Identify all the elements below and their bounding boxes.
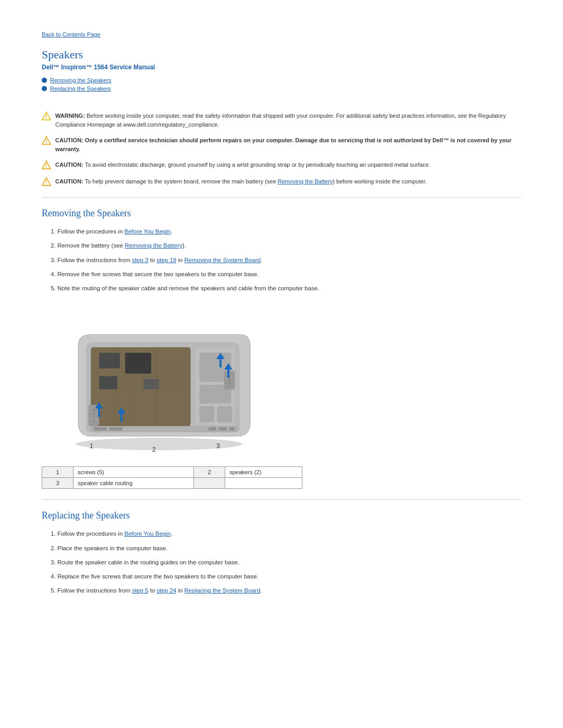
replacing-section: Replacing the Speakers Follow the proced… [42, 510, 521, 595]
warning-icon: ! [42, 112, 51, 121]
step24-link[interactable]: step 24 [156, 587, 176, 594]
svg-rect-42 [219, 427, 227, 430]
svg-point-33 [229, 383, 230, 385]
svg-point-29 [93, 421, 95, 422]
part-num-1: 1 [42, 467, 74, 478]
part-label-1: screws (5) [74, 467, 194, 478]
before-you-begin-link-2[interactable]: Before You Begin [124, 530, 170, 537]
step5-link[interactable]: step 5 [132, 587, 148, 594]
replacing-step-1: Follow the procedures in Before You Begi… [57, 529, 521, 538]
caution-notice-1: ! CAUTION: Only a certified service tech… [42, 136, 521, 153]
svg-rect-24 [217, 406, 232, 422]
removing-system-board-link[interactable]: Removing the System Board [185, 257, 261, 263]
part-num-2: 2 [194, 467, 225, 478]
removing-step-5: Note the routing of the speaker cable an… [57, 284, 521, 293]
removing-section-title: Removing the Speakers [42, 208, 521, 219]
divider-1 [42, 197, 521, 198]
caution-icon-3: ! [42, 177, 51, 187]
manual-title: Dell™ Inspiron™ 1564 Service Manual [42, 64, 521, 71]
svg-text:!: ! [45, 114, 47, 120]
part-label-4 [225, 478, 302, 489]
caution-text-2: CAUTION: To avoid electrostatic discharg… [55, 161, 521, 169]
page-title: Speakers [42, 48, 521, 61]
caution-icon-2: ! [42, 161, 51, 170]
part-num-3: 3 [42, 478, 74, 489]
divider-2 [42, 499, 521, 500]
svg-rect-23 [200, 406, 214, 422]
step3-link[interactable]: step 3 [132, 257, 148, 263]
notices-area: ! WARNING: Before working inside your co… [42, 112, 521, 187]
caution-notice-2: ! CAUTION: To avoid electrostatic discha… [42, 161, 521, 170]
replacing-steps-list: Follow the procedures in Before You Begi… [42, 529, 521, 595]
removing-step-3: Follow the instructions from step 3 to s… [57, 256, 521, 265]
removing-step-4: Remove the five screws that secure the t… [57, 270, 521, 279]
part-label-2: speakers (2) [225, 467, 302, 478]
callout-1: 1 [90, 442, 93, 450]
warning-text: WARNING: Before working inside your comp… [55, 112, 521, 129]
callout-3: 3 [216, 442, 220, 450]
svg-rect-19 [143, 379, 159, 389]
removing-battery-link-1[interactable]: Removing the Battery [125, 242, 182, 249]
toc-bullet-2 [42, 86, 47, 91]
svg-rect-41 [209, 427, 216, 430]
table-row-1: 1 screws (5) 2 speakers (2) [42, 467, 302, 478]
toc-link-replacing[interactable]: Replacing the Speakers [50, 85, 111, 92]
toc-link-removing[interactable]: Removing the Speakers [50, 77, 111, 83]
svg-point-28 [93, 417, 95, 418]
callout-2: 2 [152, 446, 156, 453]
removing-section: Removing the Speakers Follow the procedu… [42, 208, 521, 489]
removing-steps-list: Follow the procedures in Before You Begi… [42, 227, 521, 293]
toc-container: Removing the Speakers Replacing the Spea… [42, 77, 521, 92]
svg-rect-43 [229, 427, 235, 430]
caution-icon-1: ! [42, 136, 51, 145]
svg-rect-18 [99, 376, 117, 389]
warning-notice: ! WARNING: Before working inside your co… [42, 112, 521, 129]
parts-table: 1 screws (5) 2 speakers (2) 3 speaker ca… [42, 466, 302, 489]
laptop-diagram: 1 2 3 [63, 303, 255, 454]
removing-step-2: Remove the battery (see Removing the Bat… [57, 241, 521, 250]
replacing-step-2: Place the speakers in the computer base. [57, 544, 521, 553]
svg-text:!: ! [45, 163, 47, 169]
svg-rect-16 [99, 353, 120, 368]
diagram-container: 1 2 3 [63, 303, 250, 456]
replacing-section-title: Replacing the Speakers [42, 510, 521, 521]
step19-link[interactable]: step 19 [156, 257, 176, 263]
svg-point-27 [93, 413, 95, 415]
removing-step-1: Follow the procedures in Before You Begi… [57, 227, 521, 236]
svg-rect-40 [109, 427, 123, 430]
svg-text:!: ! [45, 139, 47, 144]
svg-point-26 [93, 410, 95, 411]
replacing-step-5: Follow the instructions from step 5 to s… [57, 586, 521, 595]
removing-battery-link-notice[interactable]: Removing the Battery [278, 178, 333, 184]
part-label-3: speaker cable routing [74, 478, 194, 489]
part-num-4 [194, 478, 225, 489]
replacing-step-4: Replace the five screws that secure the … [57, 572, 521, 581]
replacing-step-3: Route the speaker cable in the routing g… [57, 558, 521, 567]
before-you-begin-link-1[interactable]: Before You Begin [124, 228, 170, 235]
svg-point-32 [229, 379, 230, 381]
toc-bullet-1 [42, 78, 47, 83]
replacing-system-board-link[interactable]: Replacing the System Board [185, 587, 261, 594]
svg-rect-39 [94, 427, 107, 430]
svg-rect-17 [125, 353, 151, 374]
caution-notice-3: ! CAUTION: To help prevent damage to the… [42, 177, 521, 187]
caution-text-1: CAUTION: Only a certified service techni… [55, 136, 521, 153]
back-to-contents-link[interactable]: Back to Contents Page [42, 31, 521, 38]
caution-text-3: CAUTION: To help prevent damage to the s… [55, 177, 521, 186]
svg-text:!: ! [45, 180, 47, 186]
table-row-2: 3 speaker cable routing [42, 478, 302, 489]
